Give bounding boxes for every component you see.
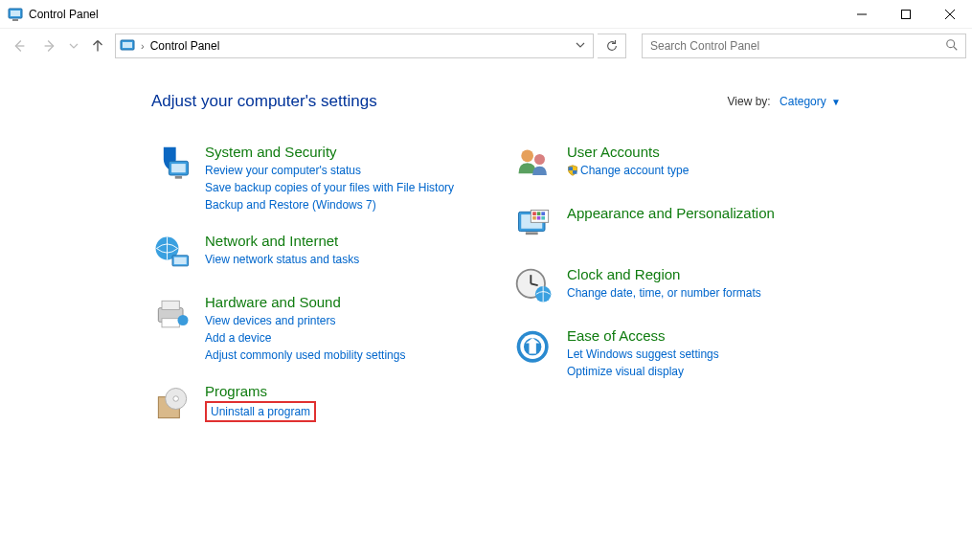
back-button[interactable] <box>6 33 33 59</box>
category-title[interactable]: Clock and Region <box>567 266 761 282</box>
globe-network-icon <box>151 233 193 275</box>
category-title[interactable]: Ease of Access <box>567 327 719 344</box>
cd-box-icon <box>151 383 193 425</box>
category-network-internet: Network and Internet View network status… <box>151 233 486 275</box>
svg-point-25 <box>173 396 179 402</box>
address-icon <box>120 38 135 54</box>
left-column: System and Security Review your computer… <box>151 144 486 444</box>
window-title: Control Panel <box>29 8 99 21</box>
svg-rect-15 <box>175 176 182 179</box>
svg-rect-33 <box>532 212 536 215</box>
category-hardware-sound: Hardware and Sound View devices and prin… <box>151 294 486 364</box>
svg-rect-38 <box>541 216 545 220</box>
svg-rect-1 <box>11 11 20 16</box>
category-title[interactable]: User Accounts <box>567 144 689 160</box>
svg-rect-37 <box>537 216 541 220</box>
svg-point-11 <box>947 39 955 47</box>
category-link[interactable]: Review your computer's status <box>205 162 454 179</box>
search-box[interactable] <box>642 34 966 58</box>
svg-rect-14 <box>171 164 186 172</box>
maximize-button[interactable] <box>884 0 928 28</box>
category-link[interactable]: View devices and printers <box>205 312 405 329</box>
appearance-icon <box>513 205 555 247</box>
category-link[interactable]: Change account type <box>567 162 689 181</box>
category-link[interactable]: Save backup copies of your files with Fi… <box>205 179 454 196</box>
right-column: User Accounts Change account type <box>513 144 848 444</box>
category-title[interactable]: Network and Internet <box>205 233 359 249</box>
svg-rect-2 <box>12 19 18 21</box>
svg-rect-10 <box>123 42 132 48</box>
category-title[interactable]: Hardware and Sound <box>205 294 405 310</box>
search-icon[interactable] <box>944 38 960 55</box>
content-area: Adjust your computer's settings View by:… <box>0 63 972 444</box>
control-panel-icon <box>8 7 23 22</box>
recent-chevron[interactable] <box>67 33 80 59</box>
category-ease-of-access: Ease of Access Let Windows suggest setti… <box>513 327 848 380</box>
address-dropdown-icon[interactable] <box>572 39 589 53</box>
address-text: Control Panel <box>150 39 566 53</box>
view-by-dropdown[interactable]: Category ▼ <box>780 95 841 108</box>
category-link[interactable]: View network status and tasks <box>205 251 359 268</box>
svg-rect-4 <box>902 10 911 18</box>
category-title[interactable]: Programs <box>205 383 316 399</box>
svg-rect-20 <box>162 301 179 309</box>
category-programs: Programs Uninstall a program <box>151 383 486 425</box>
titlebar: Control Panel <box>0 0 972 29</box>
forward-button[interactable] <box>36 33 63 59</box>
svg-rect-34 <box>537 212 541 215</box>
svg-point-22 <box>178 315 189 325</box>
category-link[interactable]: Adjust commonly used mobility settings <box>205 347 405 364</box>
svg-line-12 <box>954 46 958 50</box>
svg-rect-18 <box>174 258 187 264</box>
svg-rect-36 <box>532 216 536 220</box>
shield-icon <box>567 164 578 181</box>
category-appearance: Appearance and Personalization <box>513 205 848 247</box>
category-link[interactable]: Backup and Restore (Windows 7) <box>205 196 454 213</box>
user-accounts-icon <box>513 144 555 186</box>
category-clock-region: Clock and Region Change date, time, or n… <box>513 266 848 308</box>
clock-icon <box>513 266 555 308</box>
printer-icon <box>151 294 193 336</box>
svg-point-26 <box>521 149 533 162</box>
up-button[interactable] <box>84 33 111 59</box>
svg-rect-21 <box>162 319 179 327</box>
svg-rect-35 <box>541 212 545 215</box>
category-user-accounts: User Accounts Change account type <box>513 144 848 186</box>
address-chevron-icon[interactable]: › <box>141 40 145 52</box>
svg-rect-39 <box>526 232 538 235</box>
svg-point-27 <box>534 154 545 165</box>
close-button[interactable] <box>928 0 972 28</box>
uninstall-program-link[interactable]: Uninstall a program <box>205 401 316 422</box>
category-title[interactable]: System and Security <box>205 144 454 160</box>
refresh-button[interactable] <box>598 34 626 58</box>
category-link[interactable]: Optimize visual display <box>567 363 719 380</box>
address-bar[interactable]: › Control Panel <box>115 34 594 58</box>
ease-of-access-icon <box>513 327 555 370</box>
search-input[interactable] <box>648 38 944 54</box>
category-title[interactable]: Appearance and Personalization <box>567 205 775 221</box>
svg-rect-28 <box>569 167 574 170</box>
chevron-down-icon: ▼ <box>831 97 841 107</box>
category-link[interactable]: Add a device <box>205 329 405 347</box>
svg-rect-29 <box>573 170 577 174</box>
window-controls <box>840 0 972 28</box>
view-by-label: View by: <box>728 95 771 108</box>
navbar: › Control Panel <box>0 29 972 63</box>
page-title: Adjust your computer's settings <box>151 92 377 111</box>
minimize-button[interactable] <box>840 0 884 28</box>
view-by: View by: Category ▼ <box>728 95 841 108</box>
category-link[interactable]: Let Windows suggest settings <box>567 346 719 363</box>
category-link[interactable]: Change date, time, or number formats <box>567 284 761 302</box>
shield-monitor-icon <box>151 144 193 186</box>
category-system-security: System and Security Review your computer… <box>151 144 486 213</box>
